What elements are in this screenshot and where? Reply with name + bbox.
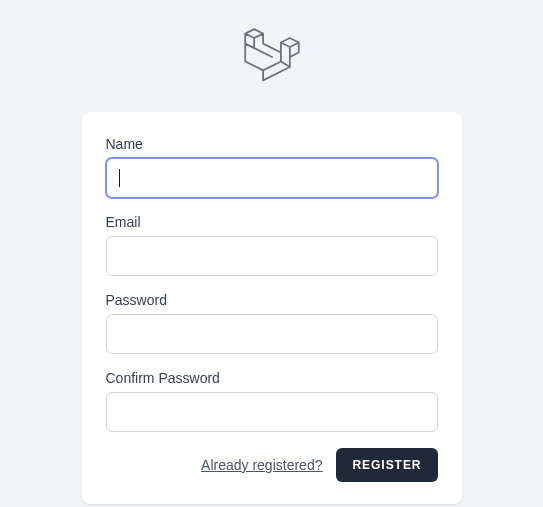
password-field[interactable] — [106, 314, 438, 354]
name-label: Name — [106, 136, 438, 152]
name-group: Name — [106, 136, 438, 198]
name-field[interactable] — [106, 158, 438, 198]
confirm-password-field[interactable] — [106, 392, 438, 432]
form-actions: Already registered? Register — [106, 448, 438, 482]
email-field[interactable] — [106, 236, 438, 276]
text-caret — [119, 169, 120, 187]
already-registered-link[interactable]: Already registered? — [201, 457, 322, 473]
password-label: Password — [106, 292, 438, 308]
email-label: Email — [106, 214, 438, 230]
email-group: Email — [106, 214, 438, 276]
password-group: Password — [106, 292, 438, 354]
confirm-password-label: Confirm Password — [106, 370, 438, 386]
register-button[interactable]: Register — [336, 448, 437, 482]
register-card: Name Email Password Confirm Password Alr… — [82, 112, 462, 504]
confirm-password-group: Confirm Password — [106, 370, 438, 432]
laravel-logo-icon — [243, 28, 301, 90]
register-form: Name Email Password Confirm Password Alr… — [106, 136, 438, 482]
